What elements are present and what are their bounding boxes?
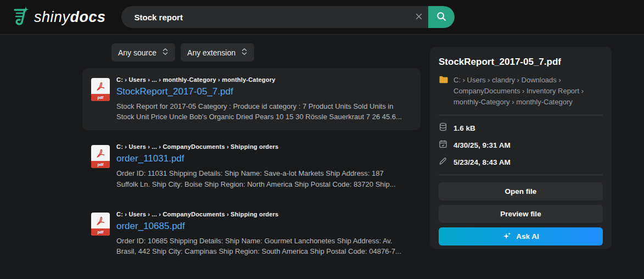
details-file-path: C: › Users › clandry › Downloads › Compa… xyxy=(453,75,603,108)
result-title-link[interactable]: order_11031.pdf xyxy=(116,153,184,164)
result-breadcrumb: C: › Users › ... › CompanyDocuments › Sh… xyxy=(116,143,412,150)
search-results-list: pdf C: › Users › ... › monthly-Category … xyxy=(82,68,421,279)
search-result-row[interactable]: pdf C: › Users › ... › CompanyDocuments … xyxy=(82,135,421,197)
calendar-icon xyxy=(439,140,447,150)
search-submit-button[interactable] xyxy=(428,6,455,28)
folder-icon xyxy=(439,75,449,108)
open-file-button[interactable]: Open file xyxy=(439,182,603,200)
brand-logo[interactable]: shinydocs xyxy=(8,5,106,29)
ask-ai-button[interactable]: Ask AI xyxy=(439,227,603,245)
ask-ai-label: Ask AI xyxy=(516,232,539,241)
result-title-link[interactable]: StockReport_2017-05_7.pdf xyxy=(116,86,233,97)
details-file-title: StockReport_2017-05_7.pdf xyxy=(439,57,603,68)
result-snippet: Order ID: 10685 Shipping Details: Ship N… xyxy=(116,236,405,256)
file-details-panel: StockReport_2017-05_7.pdf C: › Users › c… xyxy=(430,47,612,249)
panel-divider xyxy=(439,115,603,115)
modified-date-row: 4/30/25, 9:31 AM xyxy=(439,140,603,150)
search-icon xyxy=(436,11,447,24)
brand-wordmark: shinydocs xyxy=(34,9,106,26)
search-input[interactable] xyxy=(121,6,410,28)
result-breadcrumb: C: › Users › ... › CompanyDocuments › Sh… xyxy=(116,211,412,217)
file-size-row: 1.6 kB xyxy=(439,122,603,133)
created-date-value: 5/23/24, 8:43 AM xyxy=(453,158,511,166)
chevron-updown-icon xyxy=(162,48,169,57)
top-bar: shinydocs xyxy=(0,0,644,35)
result-snippet: Stock Report for 2017-05 Category : Prod… xyxy=(116,101,405,122)
close-icon xyxy=(415,12,423,23)
created-date-row: 5/23/24, 8:43 AM xyxy=(439,157,603,168)
filter-any-source[interactable]: Any source xyxy=(111,43,175,62)
filter-any-extension[interactable]: Any extension xyxy=(181,43,254,62)
filter-any-extension-label: Any extension xyxy=(187,48,236,57)
pdf-file-icon: pdf xyxy=(91,78,110,101)
database-size-icon xyxy=(439,122,447,133)
pdf-file-icon: pdf xyxy=(91,145,110,168)
filter-bar: Any source Any extension xyxy=(111,43,254,62)
preview-file-label: Preview file xyxy=(500,210,541,218)
panel-divider xyxy=(439,175,603,175)
open-file-label: Open file xyxy=(505,187,537,196)
search-result-row[interactable]: pdf C: › Users › ... › CompanyDocuments … xyxy=(82,203,421,265)
sparkles-icon xyxy=(502,231,512,242)
file-size-value: 1.6 kB xyxy=(453,124,475,132)
chevron-updown-icon xyxy=(241,48,248,57)
filter-any-source-label: Any source xyxy=(118,48,156,57)
search-result-row[interactable]: pdf C: › Users › ... › CompanyDocuments … xyxy=(82,272,421,279)
pdf-file-icon: pdf xyxy=(91,213,110,236)
search-bar xyxy=(121,6,455,28)
clear-search-button[interactable] xyxy=(410,6,428,28)
result-breadcrumb: C: › Users › ... › monthly-Category › mo… xyxy=(116,76,412,83)
modified-date-value: 4/30/25, 9:31 AM xyxy=(453,141,511,149)
details-path-row: C: › Users › clandry › Downloads › Compa… xyxy=(439,75,603,108)
result-snippet: Order ID: 11031 Shipping Details: Ship N… xyxy=(116,168,405,189)
search-result-row[interactable]: pdf C: › Users › ... › monthly-Category … xyxy=(82,68,421,130)
pencil-icon xyxy=(439,157,447,168)
shinydocs-logo-icon xyxy=(8,5,31,29)
preview-file-button[interactable]: Preview file xyxy=(439,205,603,223)
result-title-link[interactable]: order_10685.pdf xyxy=(116,221,185,232)
